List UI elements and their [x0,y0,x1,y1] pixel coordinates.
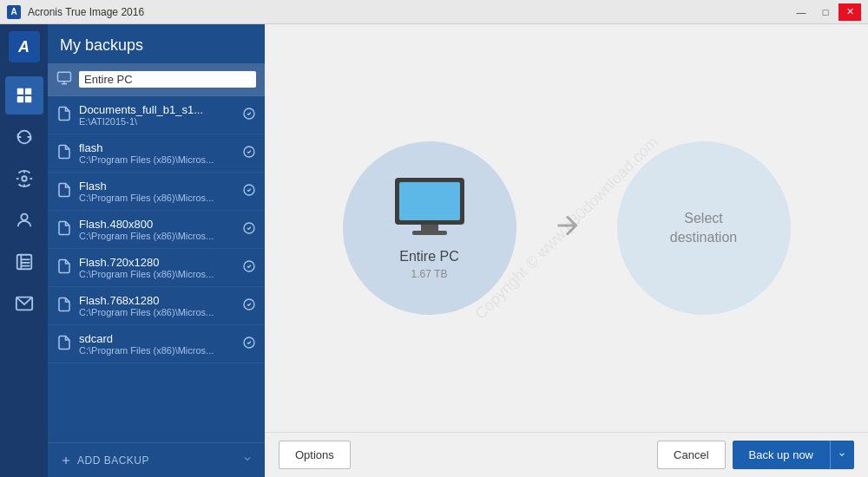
monitor-illustration [391,176,469,238]
backups-icon [15,86,34,105]
svg-point-4 [22,176,27,181]
check-icon [242,145,256,161]
add-backup-button[interactable]: ADD BACKUP [60,454,235,467]
backup-item-content [79,71,256,88]
footer-dropdown-button[interactable] [242,454,253,467]
plus-icon [60,454,72,467]
sidebar-item-sync[interactable] [5,118,43,156]
sidebar-item-news[interactable] [5,243,43,281]
sync-icon [15,127,34,147]
app-icon: A [7,5,21,19]
account-icon [15,211,34,230]
svg-rect-2 [16,96,23,102]
file-icon [56,335,72,353]
backup-item-content: sdcard C:\Program Files (x86)\Micros... [79,332,235,356]
check-icon [242,259,256,276]
file-icon [56,106,72,124]
item-name: Flash.480x800 [79,218,235,231]
maximize-button[interactable]: □ [814,3,837,21]
backup-item-content: Documents_full_b1_s1... E:\ATI2015-1\ [79,103,235,127]
item-path: C:\Program Files (x86)\Micros... [79,307,235,317]
bottom-left: Options [279,441,351,469]
item-path: C:\Program Files (x86)\Micros... [79,193,235,203]
backup-list: Documents_full_b1_s1... E:\ATI2015-1\ [48,63,265,442]
svg-point-9 [21,214,27,220]
list-item[interactable]: Flash.768x1280 C:\Program Files (x86)\Mi… [48,287,265,325]
chevron-down-icon [242,454,253,464]
content-area: Copyright © www.p30download.com Entire P… [265,24,868,477]
sidebar-footer: ADD BACKUP [48,442,265,477]
bottom-bar: Options Cancel Back up now [265,432,868,477]
sidebar-item-backups[interactable] [5,76,43,114]
backup-name-input[interactable] [79,71,256,88]
check-icon [242,297,256,314]
item-path: C:\Program Files (x86)\Micros... [79,231,235,241]
window-title: Acronis True Image 2016 [28,6,144,18]
main-layout: A [0,24,868,477]
window-controls: — □ ✕ [790,3,861,21]
item-name: Flash.768x1280 [79,294,235,307]
check-icon [242,336,256,352]
list-item[interactable]: Flash.720x1280 C:\Program Files (x86)\Mi… [48,249,265,287]
destination-label: Selectdestination [670,209,737,248]
list-item[interactable]: flash C:\Program Files (x86)\Micros... [48,134,265,173]
item-path: C:\Program Files (x86)\Micros... [79,269,235,279]
list-item[interactable]: Documents_full_b1_s1... E:\ATI2015-1\ [48,96,265,134]
sidebar-item-tools[interactable] [5,160,43,198]
title-bar: A Acronis True Image 2016 — □ ✕ [0,0,868,24]
file-icon [56,144,72,162]
content-main: Copyright © www.p30download.com Entire P… [265,24,868,432]
svg-rect-3 [24,96,30,102]
destination-circle[interactable]: Selectdestination [617,141,791,315]
title-bar-left: A Acronis True Image 2016 [7,5,144,19]
book-icon [15,252,34,271]
backup-now-group: Back up now [733,441,854,469]
check-icon [242,221,256,238]
svg-rect-1 [24,88,30,95]
backup-item-content: Flash.720x1280 C:\Program Files (x86)\Mi… [79,256,235,279]
item-path: C:\Program Files (x86)\Micros... [79,154,235,165]
sidebar-item-mail[interactable] [5,284,43,323]
check-icon [242,107,256,123]
source-label: Entire PC [399,249,458,265]
arrow-right-icon [551,210,582,241]
svg-rect-31 [412,231,447,235]
svg-rect-29 [399,182,460,220]
item-name: Documents_full_b1_s1... [79,103,235,116]
add-backup-label: ADD BACKUP [77,454,149,467]
svg-rect-0 [16,88,23,95]
svg-rect-16 [58,72,71,82]
backup-now-button[interactable]: Back up now [733,441,830,469]
mail-icon [15,294,34,313]
source-circle[interactable]: Entire PC 1.67 TB [343,141,516,315]
bottom-right: Cancel Back up now [657,441,854,469]
app-logo: A [9,31,40,62]
file-icon [56,297,72,315]
list-item[interactable]: Flash.480x800 C:\Program Files (x86)\Mic… [48,211,265,249]
item-name: flash [79,141,235,154]
options-button[interactable]: Options [279,441,351,469]
backup-now-dropdown-button[interactable] [830,441,854,469]
item-name: Flash.720x1280 [79,256,235,269]
list-item[interactable] [48,63,265,96]
source-sublabel: 1.67 TB [411,268,448,280]
close-button[interactable]: ✕ [838,3,861,21]
sidebar-item-account[interactable] [5,201,43,239]
chevron-down-icon [838,450,846,459]
file-icon [56,258,72,277]
item-path: E:\ATI2015-1\ [79,116,235,127]
list-item[interactable]: sdcard C:\Program Files (x86)\Micros... [48,325,265,363]
backup-item-content: flash C:\Program Files (x86)\Micros... [79,141,235,165]
backup-item-content: Flash C:\Program Files (x86)\Micros... [79,180,235,203]
check-icon [242,183,256,199]
cancel-button[interactable]: Cancel [657,441,725,469]
pc-icon [56,70,72,88]
icon-bar: A [0,24,48,477]
file-icon [56,182,72,200]
minimize-button[interactable]: — [790,3,812,21]
item-name: sdcard [79,332,235,345]
backup-item-content: Flash.480x800 C:\Program Files (x86)\Mic… [79,218,235,241]
item-path: C:\Program Files (x86)\Micros... [79,345,235,356]
sidebar-header: My backups [48,24,265,63]
list-item[interactable]: Flash C:\Program Files (x86)\Micros... [48,173,265,211]
